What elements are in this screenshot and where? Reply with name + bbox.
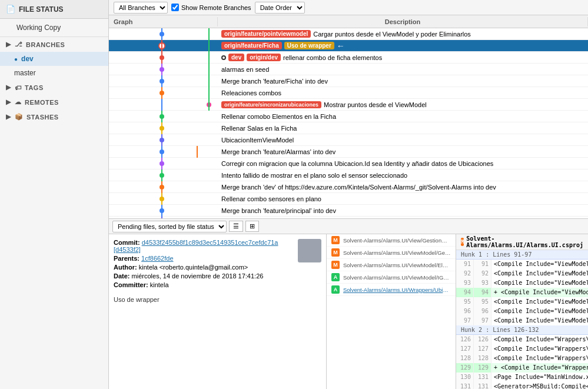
graph-area: Graph Description origin/feature/pointvi… xyxy=(109,15,588,218)
pending-files-select[interactable]: Pending files, sorted by file status xyxy=(112,221,227,232)
diff-line-content: <Compile Include="Wrappers\ModelWrapper.… xyxy=(491,344,588,354)
commit-desc-5: Releaciones combos xyxy=(221,89,281,97)
sidebar-item-master[interactable]: master xyxy=(0,66,108,80)
table-row[interactable]: Rellenar combo sensores en plano xyxy=(109,193,588,205)
graph-desc-14: Rellenar combo sensores en plano xyxy=(218,195,588,202)
graph-desc-13: Merge branch 'dev' of https://dev.azure.… xyxy=(218,184,588,191)
show-remote-checkbox-wrap[interactable]: Show Remote Branches xyxy=(171,4,251,11)
diff-line: 91 91 <Compile Include="ViewModel\Detail… xyxy=(456,260,588,269)
remote-icon: ☁ xyxy=(15,98,22,106)
graph-col-area xyxy=(109,146,218,158)
graph-desc-2: dev origin/dev rellenar combo de ficha e… xyxy=(218,54,588,61)
table-row[interactable]: origin/feature/pointviewmodel Cargar pun… xyxy=(109,28,588,40)
diff-line-content: <Compile Include="ViewModel\Elementos\El… xyxy=(491,269,588,278)
diff-panel[interactable]: M Solvent-Alarms/Alarms.UI/Alarms.UI.csp… xyxy=(456,234,588,389)
parents-label: Parents: xyxy=(114,255,139,262)
file-status-header[interactable]: 📄 FILE STATUS xyxy=(0,0,108,19)
date-label: Date: xyxy=(114,272,130,280)
graph-svg-3 xyxy=(109,64,218,75)
committer-label: Committer: xyxy=(114,281,148,288)
committer-line: Committer: kintela xyxy=(114,281,293,288)
commit-desc-0: Cargar puntos desde el ViewModel y poder… xyxy=(313,31,471,38)
file-badge-m: M xyxy=(331,236,340,244)
graph-svg-6 xyxy=(109,99,218,111)
list-view-button[interactable]: ☰ xyxy=(229,221,243,232)
table-row[interactable]: UbicacionItemViewModel xyxy=(109,134,588,146)
file-badge-m1: M xyxy=(331,248,340,257)
list-item[interactable]: M Solvent-Alarms/Alarms.UI/ViewModel/Ele… xyxy=(327,259,456,271)
diff-line: 96 96 <Compile Include="ViewModel\Naviga… xyxy=(456,307,588,316)
graph-svg-13 xyxy=(109,181,218,193)
commit-desc-10: Merge branch 'feature/Alarmas' into dev xyxy=(221,148,335,155)
commit-desc-6: Mostrar puntos desde el ViewModel xyxy=(324,101,427,108)
circle-outline xyxy=(221,55,226,60)
date-line: Date: miércoles, 14 de noviembre de 2018… xyxy=(114,272,293,280)
table-row[interactable]: origin/feature/sincronizarubicaciones Mo… xyxy=(109,99,588,111)
diff-line-num: 95 xyxy=(474,297,491,307)
graph-scroll[interactable]: origin/feature/pointviewmodel Cargar pun… xyxy=(109,28,588,218)
table-row[interactable]: Merge branch 'feature/principal' into de… xyxy=(109,205,588,217)
table-row[interactable]: Merge branch 'feature/Ficha' into dev xyxy=(109,75,588,87)
commit-desc-7: Rellenar comobo Elementos en la Ficha xyxy=(221,113,336,120)
graph-col-area xyxy=(109,28,218,40)
bottom-content: Commit: d4533f2455b8f1c89d3ec5149351cec7… xyxy=(109,234,588,389)
diff-line-content: <Compile Include="Wrappers\NotifyDataErr… xyxy=(491,354,588,363)
diff-line: 128 128 <Compile Include="Wrappers\Notif… xyxy=(456,354,588,363)
diff-line-num: 96 xyxy=(456,307,474,316)
table-row[interactable]: Rellenar comobo Elementos en la Ficha xyxy=(109,111,588,122)
date-order-select[interactable]: Date Order xyxy=(255,2,305,14)
table-row[interactable]: Releaciones combos xyxy=(109,87,588,99)
sidebar-section-stashes[interactable]: ▶ 📦 STASHES xyxy=(0,109,108,124)
diff-line-num: 129 xyxy=(456,363,474,373)
show-remote-checkbox[interactable] xyxy=(171,4,179,11)
branch-tag-origin-pv: origin/feature/pointviewmodel xyxy=(221,30,311,38)
author-value: kintela <roberto.quintela@gmail.com> xyxy=(139,264,248,271)
diff-file-header: M Solvent-Alarms/Alarms.UI/Alarms.UI.csp… xyxy=(456,234,588,250)
sidebar-section-tags[interactable]: ▶ 🏷 TAGS xyxy=(0,80,108,95)
file-path-3: Solvent-Alarms/Alarms.UI/ViewModel/IGest… xyxy=(343,274,451,281)
sidebar-item-dev[interactable]: ● dev xyxy=(0,52,108,66)
list-item[interactable]: M Solvent-Alarms/Alarms.UI/ViewModel/Ges… xyxy=(327,247,456,259)
graph-svg-7 xyxy=(109,111,218,122)
diff-line-content: <Compile Include="ViewModel\NavigationIt… xyxy=(491,307,588,316)
graph-desc-8: Rellenar Salas en la Ficha xyxy=(218,125,588,132)
table-row[interactable]: alarmas en seed xyxy=(109,64,588,75)
diff-line-num: 94 xyxy=(456,288,474,297)
graph-col-area xyxy=(109,75,218,87)
table-row[interactable]: Merge branch 'feature/Alarmas' into dev xyxy=(109,146,588,158)
working-copy-item[interactable]: Working Copy xyxy=(0,19,108,37)
diff-line-num: 97 xyxy=(456,316,474,325)
diff-line-num: 92 xyxy=(456,269,474,278)
table-row[interactable]: Corregir con migracion que la columna Ub… xyxy=(109,158,588,169)
sidebar-section-remotes[interactable]: ▶ ☁ REMOTES xyxy=(0,95,108,109)
list-item[interactable]: M Solvent-Alarms/Alarms.UI/View/GestionU… xyxy=(327,234,456,247)
list-item[interactable]: A Solvent-Alarms/Alarms.UI/ViewModel/IGe… xyxy=(327,271,456,284)
table-row[interactable]: dev origin/dev rellenar combo de ficha e… xyxy=(109,52,588,64)
table-row[interactable]: Rellenar Salas en la Ficha xyxy=(109,122,588,134)
dev-label: dev xyxy=(21,55,34,63)
diff-hunk-header-2: Hunk 2 : Lines 126-132 xyxy=(456,325,588,335)
stashes-label: STASHES xyxy=(26,114,59,121)
parents-line: Parents: 1cf8662fde xyxy=(114,255,293,262)
table-row[interactable]: origin/feature/Ficha Uso de wrapper ← xyxy=(109,40,588,52)
parents-hash[interactable]: 1cf8662fde xyxy=(141,255,173,262)
list-item[interactable]: A Solvent-Alarms/Alarms.UI/Wrappers/Ubic… xyxy=(327,284,456,296)
diff-line-content: <Compile Include="ViewModel\MainWindow.x… xyxy=(491,297,588,307)
diff-line-num: 128 xyxy=(474,354,491,363)
table-row[interactable]: Merge branch 'dev' of https://dev.azure.… xyxy=(109,181,588,193)
graph-col-area xyxy=(109,52,218,64)
diff-line: 129 129 + <Compile Include="Wrappers\Ubi… xyxy=(456,363,588,373)
table-row[interactable]: Intento fallido de mostrar en el plano s… xyxy=(109,169,588,181)
graph-col-area xyxy=(109,40,218,52)
commit-desc-3: alarmas en seed xyxy=(221,66,269,73)
graph-desc-15: Merge branch 'feature/principal' into de… xyxy=(218,207,588,214)
sidebar-section-branches[interactable]: ▶ ⎇ BRANCHES xyxy=(0,37,108,52)
arrow-icon: ← xyxy=(337,41,345,51)
diff-line-num: 131 xyxy=(474,382,491,389)
bottom-area: Pending files, sorted by file status ☰ ⊞… xyxy=(109,218,588,389)
diff-line-content: <Compile Include="ViewModel\DetailViewMo… xyxy=(491,260,588,269)
graph-col-area xyxy=(109,205,218,217)
grid-view-button[interactable]: ⊞ xyxy=(245,221,259,232)
branch-filter-select[interactable]: All Branches xyxy=(114,2,168,14)
file-badge-a: A xyxy=(331,273,340,281)
